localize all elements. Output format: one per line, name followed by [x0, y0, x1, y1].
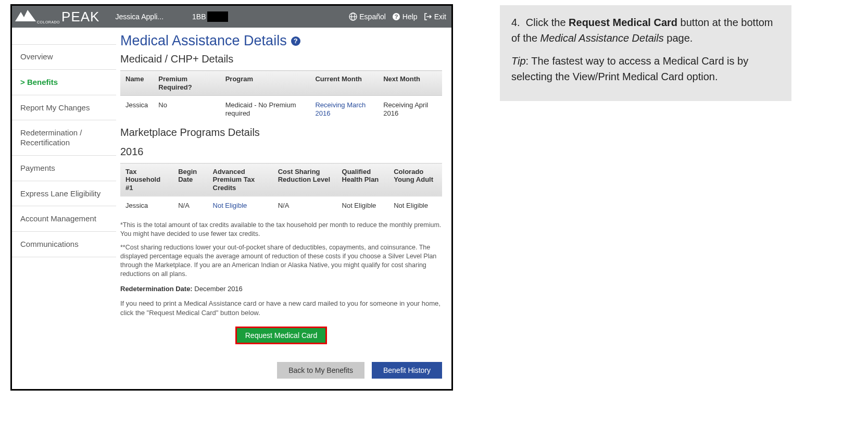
medicaid-table: Name Premium Required? Program Current M… — [120, 70, 442, 123]
svg-text:?: ? — [394, 14, 398, 20]
marketplace-section-heading: Marketplace Programs Details — [120, 127, 442, 139]
col-cya: Colorado Young Adult — [388, 163, 442, 196]
col-begin-date: Begin Date — [173, 163, 207, 196]
sidebar: Overview Benefits Report My Changes Rede… — [12, 28, 116, 389]
help-link[interactable]: ? Help — [392, 12, 418, 21]
sidebar-item-payments[interactable]: Payments — [12, 156, 116, 181]
sidebar-item-account-mgmt[interactable]: Account Management — [12, 206, 116, 232]
medicaid-section-heading: Medicaid / CHP+ Details — [120, 53, 442, 65]
instruction-callout: 4. Click the Request Medical Card button… — [500, 5, 791, 101]
current-month-link[interactable]: Receiving March 2016 — [315, 101, 366, 117]
sidebar-item-communications[interactable]: Communications — [12, 232, 116, 257]
peak-logo: COLORADO PEAK — [15, 9, 99, 25]
col-name: Name — [120, 71, 153, 96]
footnote-csr: **Cost sharing reductions lower your out… — [120, 243, 442, 279]
page-title: Medical Assistance Details ? — [120, 33, 442, 49]
aptc-link[interactable]: Not Eligible — [213, 202, 247, 209]
col-premium: Premium Required? — [153, 71, 220, 96]
sidebar-item-overview[interactable]: Overview — [12, 44, 116, 70]
col-qhp: Qualified Health Plan — [337, 163, 389, 196]
tip-text: Tip: The fastest way to access a Medical… — [511, 53, 780, 84]
svg-marker-0 — [15, 10, 36, 21]
username: Jessica Appli... — [115, 12, 163, 21]
redetermination-date: Redetermination Date: December 2016 — [120, 285, 442, 293]
col-program: Program — [220, 71, 310, 96]
mountain-icon — [15, 10, 36, 21]
col-aptc: Advanced Premium Tax Credits — [208, 163, 273, 196]
footnote-tax-credits: *This is the total amount of tax credits… — [120, 221, 442, 239]
exit-icon — [424, 12, 432, 21]
request-medical-card-button[interactable]: Request Medical Card — [235, 327, 328, 344]
table-row: Jessica No Medicaid - No Premium require… — [120, 96, 442, 123]
help-icon: ? — [392, 12, 400, 21]
exit-link[interactable]: Exit — [424, 12, 446, 21]
benefit-history-button[interactable]: Benefit History — [372, 362, 442, 379]
sidebar-item-benefits[interactable]: Benefits — [12, 70, 116, 95]
sidebar-item-report-changes[interactable]: Report My Changes — [12, 95, 116, 121]
case-id: 1BB — [192, 11, 228, 22]
request-card-instructions: If you need to print a Medical Assistanc… — [120, 299, 442, 317]
marketplace-table: Tax Household #1 Begin Date Advanced Pre… — [120, 163, 442, 216]
globe-icon — [349, 12, 357, 21]
topbar: COLORADO PEAK Jessica Appli... 1BB Españ… — [12, 6, 451, 28]
back-to-benefits-button[interactable]: Back to My Benefits — [277, 362, 364, 379]
bottom-button-row: Back to My Benefits Benefit History — [120, 362, 442, 379]
col-current-month: Current Month — [310, 71, 378, 96]
page-help-icon[interactable]: ? — [291, 36, 300, 46]
year-heading: 2016 — [120, 146, 442, 158]
col-csr: Cost Sharing Reduction Level — [273, 163, 337, 196]
table-row: Jessica N/A Not Eligible N/A Not Eligibl… — [120, 196, 442, 216]
main-content: Medical Assistance Details ? Medicaid / … — [116, 28, 451, 389]
logo-main-text: PEAK — [61, 9, 99, 25]
col-tax-household: Tax Household #1 — [120, 163, 173, 196]
col-next-month: Next Month — [378, 71, 442, 96]
app-screenshot: COLORADO PEAK Jessica Appli... 1BB Españ… — [10, 4, 453, 391]
step-4-text: 4. Click the Request Medical Card button… — [511, 15, 780, 46]
sidebar-item-redetermination[interactable]: Redetermination / Recertification — [12, 120, 116, 156]
logo-small-text: COLORADO — [37, 20, 60, 24]
espanol-link[interactable]: Español — [349, 12, 386, 21]
sidebar-item-express-lane[interactable]: Express Lane Eligibility — [12, 181, 116, 207]
redaction-block — [207, 11, 228, 22]
